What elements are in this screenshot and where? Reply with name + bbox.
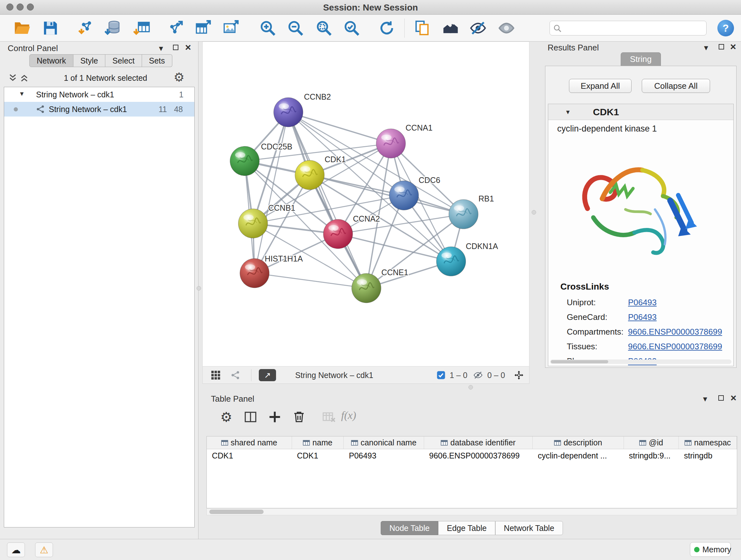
function-builder-button[interactable]: f(x)	[341, 409, 356, 422]
delete-column-button[interactable]	[291, 409, 307, 425]
export-network-button[interactable]	[166, 19, 185, 37]
crosslink-link[interactable]: 9606.ENSP00000378699	[628, 327, 722, 337]
table-panel-close-button[interactable]: ×	[731, 394, 737, 402]
network-collection-row[interactable]: ▼ String Network – cdk1 1	[4, 87, 194, 102]
hide-graphics-details-button[interactable]	[469, 19, 487, 37]
table-cell[interactable]: stringdb	[679, 449, 737, 462]
table-settings-button[interactable]: ⚙	[218, 409, 234, 425]
crosslink-link[interactable]: P06493	[628, 298, 657, 307]
collapse-all-networks-button[interactable]	[7, 73, 18, 84]
node-label-CCNA2: CCNA2	[353, 214, 380, 223]
expand-all-button[interactable]: Expand All	[569, 79, 631, 93]
network-overview-button[interactable]	[441, 19, 460, 37]
apply-layout-button[interactable]	[378, 19, 396, 37]
protein-card-header[interactable]: ▾ CDK1	[548, 104, 733, 120]
right-splitter-handle[interactable]	[532, 210, 536, 214]
table-cell[interactable]: CDK1	[292, 449, 344, 462]
table-cell[interactable]: P06493	[344, 449, 424, 462]
search-input[interactable]	[564, 22, 704, 34]
table-horizontal-scrollbar[interactable]	[206, 508, 737, 515]
results-panel-float-button[interactable]	[719, 44, 724, 51]
network-node-CCNE1[interactable]	[352, 273, 381, 303]
manage-columns-button[interactable]	[242, 409, 259, 425]
network-options-gear-button[interactable]: ⚙	[174, 70, 185, 84]
network-node-CCNB1[interactable]	[239, 209, 268, 238]
memory-button[interactable]: Memory	[690, 542, 731, 557]
open-session-button[interactable]	[13, 19, 31, 37]
column-header-name[interactable]: name	[292, 436, 344, 449]
collapse-card-triangle-icon[interactable]: ▾	[566, 108, 569, 116]
table-panel-menu-button[interactable]: ▾	[703, 395, 707, 403]
cloud-button[interactable]: ☁	[7, 543, 25, 557]
table-scrollbar-thumb[interactable]	[209, 509, 264, 514]
export-image-button[interactable]	[222, 19, 241, 37]
collection-label: String Network – cdk1	[36, 90, 114, 99]
share-network-button[interactable]	[231, 370, 241, 380]
zoom-in-button[interactable]	[259, 19, 277, 37]
results-panel-menu-button[interactable]: ▾	[704, 44, 708, 52]
collection-expand-triangle-icon[interactable]: ▼	[19, 90, 25, 98]
selected-items-checkbox[interactable]	[436, 370, 447, 380]
copy-button[interactable]	[413, 19, 431, 37]
pan-mode-button[interactable]	[514, 370, 524, 380]
network-node-CDC6[interactable]	[389, 181, 419, 210]
crosslink-link[interactable]: P06493	[628, 312, 657, 322]
warnings-button[interactable]: ⚠	[35, 543, 53, 557]
tab-network-table[interactable]: Network Table	[495, 521, 563, 535]
network-node-CCNA1[interactable]	[376, 129, 406, 158]
collapse-all-button[interactable]: Collapse All	[642, 79, 710, 93]
tab-network[interactable]: Network	[29, 54, 73, 67]
crosslink-link[interactable]: 9606.ENSP00000378699	[628, 341, 722, 352]
network-node-CDC25B[interactable]	[230, 146, 259, 176]
table-cell[interactable]: 9606.ENSP00000378699	[424, 449, 533, 462]
double-chevron-down-icon	[8, 73, 17, 83]
help-button[interactable]: ?	[718, 20, 734, 37]
network-node-CDKN1A[interactable]	[436, 247, 466, 276]
table-panel-float-button[interactable]	[718, 395, 724, 401]
tab-edge-table[interactable]: Edge Table	[438, 521, 495, 535]
network-node-CDK1[interactable]	[295, 160, 324, 190]
network-node-RB1[interactable]	[449, 199, 478, 229]
column-header-canonical-name[interactable]: canonical name	[344, 436, 424, 449]
column-header--id[interactable]: @id	[624, 436, 679, 449]
control-panel-menu-button[interactable]: ▾	[159, 44, 163, 52]
import-network-file-button[interactable]	[77, 19, 96, 37]
open-in-new-window-button[interactable]: ↗	[259, 369, 276, 381]
zoom-fit-button[interactable]	[315, 19, 333, 37]
add-column-button[interactable]	[266, 409, 283, 425]
zoom-selected-button[interactable]	[342, 19, 361, 37]
column-header-description[interactable]: description	[533, 436, 623, 449]
export-table-button[interactable]	[194, 19, 213, 37]
tab-sets[interactable]: Sets	[142, 54, 172, 67]
save-session-button[interactable]	[41, 19, 60, 37]
column-header-database-identifier[interactable]: database identifier	[424, 436, 533, 449]
table-toolbar: ⚙ f(x)	[206, 407, 737, 428]
tab-style[interactable]: Style	[73, 54, 106, 67]
expand-all-networks-button[interactable]	[18, 73, 30, 84]
table-cell[interactable]: stringdb:9...	[624, 449, 679, 462]
table-cell[interactable]: cyclin-dependent ...	[533, 449, 623, 462]
network-view-canvas[interactable]: CCNB2CCNA1CDC25BCDK1CDC6RB1CCNB1CCNA2CDK…	[202, 42, 529, 367]
import-network-database-button[interactable]	[104, 19, 123, 37]
import-table-file-button[interactable]	[133, 19, 151, 37]
tab-node-table[interactable]: Node Table	[381, 521, 438, 535]
tab-string[interactable]: String	[621, 52, 661, 66]
network-row[interactable]: String Network – cdk1 11 48	[4, 102, 194, 117]
column-header-shared-name[interactable]: shared name	[207, 436, 292, 449]
control-panel-float-button[interactable]	[173, 45, 179, 51]
table-cell[interactable]: CDK1	[207, 449, 292, 462]
column-header-namespac[interactable]: namespac	[679, 436, 737, 449]
zoom-out-button[interactable]	[286, 19, 305, 37]
network-node-CCNB2[interactable]	[274, 98, 303, 127]
table-row[interactable]: CDK1CDK1P064939606.ENSP00000378699cyclin…	[207, 449, 737, 462]
results-panel-close-button[interactable]: ×	[730, 43, 736, 51]
show-graphics-details-button[interactable]	[497, 19, 516, 37]
card-scrollbar-thumb[interactable]	[551, 360, 608, 363]
birds-eye-view-button[interactable]	[211, 370, 221, 380]
left-splitter-handle[interactable]	[197, 286, 201, 291]
control-panel-close-button[interactable]: ×	[185, 44, 191, 52]
tab-select[interactable]: Select	[105, 54, 142, 67]
card-horizontal-scrollbar[interactable]	[550, 360, 731, 364]
network-node-CCNA2[interactable]	[323, 219, 353, 249]
hidden-items-button[interactable]	[473, 370, 483, 380]
